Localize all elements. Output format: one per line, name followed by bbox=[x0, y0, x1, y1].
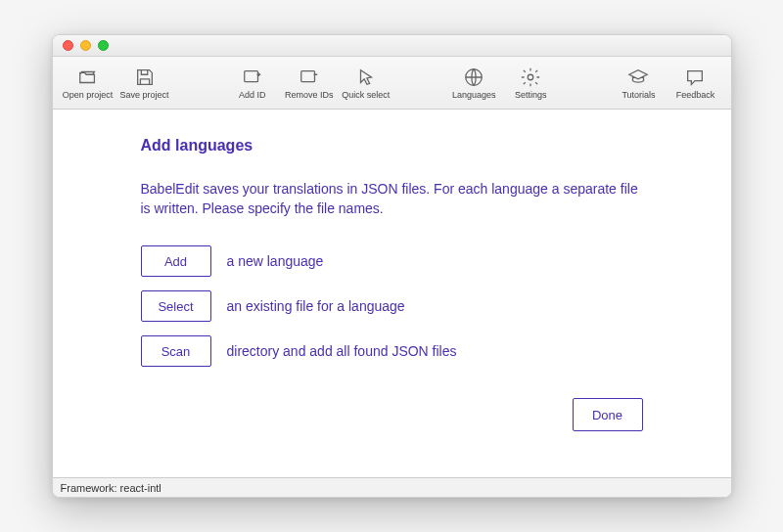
toolbar-label: Feedback bbox=[676, 90, 715, 100]
speech-bubble-icon bbox=[684, 66, 706, 88]
dialog-description: BabelEdit saves your translations in JSO… bbox=[141, 180, 643, 218]
remove-ids-button[interactable]: Remove IDs bbox=[282, 60, 337, 107]
minimize-window-button[interactable] bbox=[80, 40, 91, 51]
option-scan-row: Scan directory and add all found JSON fi… bbox=[141, 335, 643, 367]
svg-rect-0 bbox=[245, 70, 258, 81]
dialog-title: Add languages bbox=[141, 137, 643, 155]
option-text: directory and add all found JSON files bbox=[227, 343, 457, 359]
zoom-window-button[interactable] bbox=[98, 40, 109, 51]
toolbar-label: Quick select bbox=[342, 90, 390, 100]
feedback-button[interactable]: Feedback bbox=[668, 60, 722, 107]
statusbar: Framework: react-intl bbox=[53, 477, 731, 497]
remove-ids-icon bbox=[299, 66, 320, 88]
done-row: Done bbox=[141, 398, 643, 431]
save-project-button[interactable]: Save project bbox=[117, 60, 172, 107]
select-button[interactable]: Select bbox=[141, 290, 211, 322]
done-button[interactable]: Done bbox=[573, 398, 643, 431]
folder-open-icon bbox=[77, 66, 99, 88]
add-id-button[interactable]: Add ID bbox=[225, 60, 280, 107]
add-id-icon bbox=[242, 66, 263, 88]
globe-icon bbox=[463, 66, 484, 88]
settings-button[interactable]: Settings bbox=[503, 60, 558, 107]
gear-icon bbox=[520, 66, 541, 88]
dialog-content: Add languages BabelEdit saves your trans… bbox=[53, 110, 731, 477]
svg-rect-1 bbox=[301, 70, 315, 81]
svg-point-3 bbox=[528, 74, 533, 80]
tutorials-button[interactable]: Tutorials bbox=[611, 60, 666, 107]
option-text: a new language bbox=[227, 253, 324, 269]
app-window: Open project Save project Add ID bbox=[52, 34, 732, 498]
toolbar-label: Tutorials bbox=[622, 90, 655, 100]
statusbar-text: Framework: react-intl bbox=[61, 482, 161, 494]
toolbar-label: Add ID bbox=[239, 90, 266, 100]
languages-button[interactable]: Languages bbox=[446, 60, 501, 107]
toolbar-label: Open project bbox=[63, 90, 114, 100]
toolbar-label: Save project bbox=[119, 90, 168, 100]
open-project-button[interactable]: Open project bbox=[61, 60, 115, 107]
toolbar-label: Remove IDs bbox=[285, 90, 334, 100]
toolbar-label: Languages bbox=[452, 90, 496, 100]
option-text: an existing file for a language bbox=[227, 298, 405, 314]
quick-select-button[interactable]: Quick select bbox=[339, 60, 393, 107]
toolbar: Open project Save project Add ID bbox=[53, 57, 731, 110]
titlebar bbox=[53, 35, 731, 57]
graduation-cap-icon bbox=[627, 66, 649, 88]
toolbar-label: Settings bbox=[515, 90, 547, 100]
save-icon bbox=[134, 66, 156, 88]
close-window-button[interactable] bbox=[63, 40, 73, 51]
scan-button[interactable]: Scan bbox=[141, 335, 211, 367]
add-button[interactable]: Add bbox=[141, 245, 211, 277]
option-add-row: Add a new language bbox=[141, 245, 643, 277]
cursor-icon bbox=[355, 66, 377, 88]
option-select-row: Select an existing file for a language bbox=[141, 290, 643, 322]
